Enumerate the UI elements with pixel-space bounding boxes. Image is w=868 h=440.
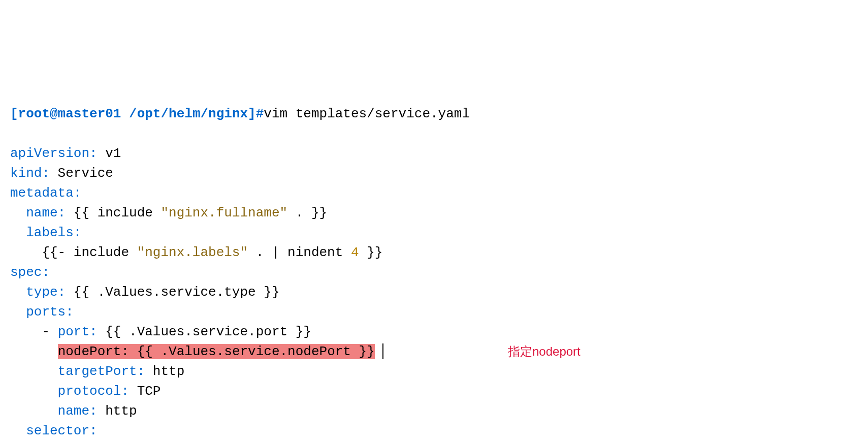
yaml-val-kind: Service — [50, 166, 113, 181]
prompt-user-host: root@master01 — [18, 106, 121, 121]
yaml-val-labels-close: . | nindent — [248, 245, 351, 260]
yaml-key-port: port: — [58, 324, 98, 339]
yaml-key-metadata: metadata: — [10, 185, 81, 201]
yaml-val-type: {{ .Values.service.type }} — [66, 285, 279, 300]
yaml-val-targetport: http — [145, 364, 184, 379]
yaml-key-protocol: protocol: — [10, 384, 129, 399]
annotation-label: 指定nodeport — [508, 342, 581, 361]
yaml-val-portname: http — [98, 403, 137, 419]
yaml-val-labels-end: }} — [359, 245, 383, 260]
yaml-val-port: {{ .Values.service.port }} — [98, 324, 311, 339]
yaml-val-apiversion: v1 — [98, 146, 121, 161]
yaml-dash: - — [10, 324, 58, 339]
yaml-key-portname: name: — [10, 403, 98, 419]
prompt-close-bracket: ]# — [248, 106, 264, 121]
cursor-icon — [382, 343, 383, 359]
terminal-output: [root@master01 /opt/helm/nginx]#vim temp… — [10, 84, 858, 440]
yaml-val-labels-num: 4 — [351, 245, 359, 260]
highlight-nodeport: nodePort: {{ .Values.service.nodePort }} — [58, 344, 375, 359]
yaml-val-name-str: "nginx.fullname" — [160, 205, 287, 221]
yaml-key-targetport: targetPort: — [10, 364, 145, 379]
yaml-key-labels: labels: — [10, 225, 81, 240]
yaml-key-nodeport: nodePort: — [58, 344, 129, 359]
yaml-val-nodeport: {{ .Values.service.nodePort }} — [129, 344, 375, 359]
yaml-indent-nodeport — [10, 344, 58, 359]
yaml-val-name-close: . }} — [287, 205, 327, 221]
prompt-open-bracket: [ — [10, 106, 18, 121]
yaml-val-labels-open: {{- include — [10, 245, 137, 260]
yaml-val-name-open: {{ include — [66, 205, 160, 221]
yaml-key-spec: spec: — [10, 265, 50, 280]
prompt-path: /opt/helm/nginx — [129, 106, 248, 121]
yaml-key-kind: kind: — [10, 166, 50, 181]
yaml-key-type: type: — [10, 285, 66, 300]
prompt-space — [121, 106, 129, 121]
yaml-key-ports: ports: — [10, 304, 74, 320]
yaml-key-name: name: — [10, 205, 66, 221]
yaml-val-labels-str: "nginx.labels" — [137, 245, 248, 260]
yaml-trail-nodeport — [375, 344, 383, 359]
yaml-key-apiversion: apiVersion: — [10, 146, 98, 161]
yaml-val-protocol: TCP — [129, 384, 160, 399]
command-text: vim templates/service.yaml — [264, 106, 470, 121]
yaml-key-selector: selector: — [10, 423, 98, 438]
